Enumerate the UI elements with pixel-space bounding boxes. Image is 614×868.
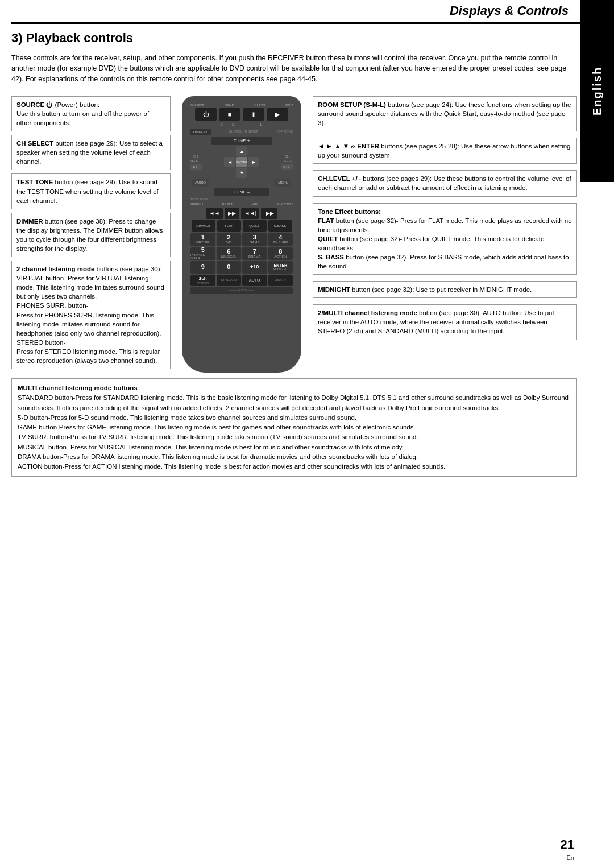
main-layout: SOURCE ⏻ (Power) button: Use this button… bbox=[11, 96, 577, 373]
class-button[interactable]: ⏸ bbox=[243, 108, 264, 121]
edit-button[interactable]: ▶ bbox=[267, 108, 288, 121]
source-button[interactable]: ⏻ bbox=[195, 108, 217, 121]
search-label: SEARCH bbox=[190, 202, 203, 207]
media-controls: ◄◄ ▶▶ ◄◄| |▶▶ bbox=[188, 208, 296, 219]
numpad-row1: 1 VIRTUAL 2 5-D 3 GAME 4 TV SURR bbox=[188, 233, 296, 246]
arrows-enter-desc: ◄ ► ▲ ▼ & ENTER buttons (see pages 25-28… bbox=[313, 138, 577, 164]
page-title: Displays & Controls bbox=[450, 2, 569, 20]
multi-heading: MULTI channel listening mode buttons bbox=[18, 385, 138, 391]
tone-effect-desc: Tone Effect buttons: FLAT button (see pa… bbox=[313, 203, 577, 275]
num-0-button[interactable]: 0 bbox=[217, 261, 242, 274]
rewind-button[interactable]: ◄◄ bbox=[206, 208, 223, 219]
up-arrow-button[interactable]: ▲ bbox=[236, 146, 247, 156]
numpad-row3: 9 0 +10 ENTER MDNGHT bbox=[188, 261, 296, 274]
ch-select-desc: CH SELECT button (see page 29): Use to s… bbox=[11, 135, 171, 170]
left-column: SOURCE ⏻ (Power) button: Use this button… bbox=[11, 96, 171, 373]
ch-level-label2: LEVEL bbox=[281, 159, 293, 164]
prev-button[interactable]: ◄◄| bbox=[241, 208, 259, 219]
enter2-button[interactable]: ENTER MDNGHT bbox=[268, 261, 293, 274]
dimmer-button[interactable]: DIMMER bbox=[192, 220, 215, 232]
source-desc: SOURCE ⏻ (Power) button: Use this button… bbox=[11, 96, 171, 131]
band-button[interactable]: ■ bbox=[219, 108, 240, 121]
ch-level-control: CH. LEVEL ST++ bbox=[281, 155, 293, 170]
enter-button[interactable]: ENTER bbox=[236, 157, 247, 167]
remote-image: SOURCE BAND CLASS EDIT ⏻ ■ ⏸ bbox=[179, 96, 304, 373]
test-tone-desc: TEST TONE button (see page 29): Use to s… bbox=[11, 173, 171, 209]
arrow-cluster: ▲ ◄ ENTER ► ▼ bbox=[224, 146, 259, 178]
source-label: SOURCE bbox=[190, 103, 205, 108]
s-label: S bbox=[221, 122, 223, 127]
tune-plus-button[interactable]: TUNE + bbox=[211, 137, 273, 145]
d-access-label: D.ACCESS bbox=[277, 202, 293, 207]
fast-forward-button[interactable]: ▶▶ bbox=[225, 208, 239, 219]
2ch-button[interactable]: 2ch STEREO bbox=[190, 275, 215, 286]
num-4-button[interactable]: 4 TV SURR bbox=[268, 233, 293, 246]
section-title: 3) Playback controls bbox=[11, 30, 577, 47]
quiet-button[interactable]: QUIET bbox=[243, 220, 267, 232]
next-button[interactable]: |▶▶ bbox=[261, 208, 277, 219]
standard-button[interactable]: STANDARD bbox=[217, 275, 242, 286]
2multi-desc: 2/MULTI channel listening mode button (s… bbox=[313, 304, 577, 340]
numpad-row2: 5 PHONES SURR. 6 MUSICAL 7 DRAMA 8 ACTIO… bbox=[188, 247, 296, 260]
mpx-label: MPX bbox=[251, 202, 258, 207]
num-2-button[interactable]: 2 5-D bbox=[217, 233, 242, 246]
bottom-section: MULTI channel listening mode buttons : S… bbox=[11, 378, 577, 477]
multi-label: ———MULTI——— bbox=[190, 287, 293, 294]
page-number: 21 bbox=[561, 836, 574, 854]
band-label: BAND bbox=[225, 103, 234, 108]
effect-buttons: DIMMER FLAT QUIET S.BASS bbox=[188, 220, 296, 232]
audio-button[interactable]: AUDIO bbox=[192, 179, 209, 186]
rf-att-label: RF ATT bbox=[222, 202, 233, 207]
top-mono-label: TOP MONO bbox=[276, 130, 293, 134]
multi-button[interactable]: 2MULTI↑ bbox=[268, 275, 293, 286]
dimmer-desc: DIMMER button (see page 38): Press to ch… bbox=[11, 213, 171, 257]
room-setup-desc: ROOM SETUP (S-M-L) buttons (see page 24)… bbox=[313, 96, 577, 131]
english-tab: English bbox=[580, 0, 614, 182]
remote-control: SOURCE BAND CLASS EDIT ⏻ ■ ⏸ bbox=[182, 96, 301, 373]
midnight-desc: MIDNIGHT button (see page 32): Use to pu… bbox=[313, 281, 577, 298]
edit-label: EDIT bbox=[285, 103, 293, 108]
main-content: 3) Playback controls These controls are … bbox=[11, 24, 577, 483]
st-plus-button[interactable]: ST++ bbox=[281, 164, 293, 170]
flat-button[interactable]: FLAT bbox=[217, 220, 241, 232]
2ch-desc: 2 channel listening mode buttons (see pa… bbox=[11, 261, 171, 369]
l-label: L bbox=[260, 122, 262, 127]
num-9-button[interactable]: 9 bbox=[190, 261, 215, 274]
test-tone-label-small: TEST TONE bbox=[190, 197, 208, 202]
right-column: ROOM SETUP (S-M-L) buttons (see page 24)… bbox=[313, 96, 577, 373]
display-button[interactable]: DISPLAY bbox=[190, 129, 211, 135]
class-label: CLASS bbox=[254, 103, 265, 108]
num-3-button[interactable]: 3 GAME bbox=[242, 233, 267, 246]
tune-minus-button[interactable]: TUNE – bbox=[214, 188, 269, 196]
sbass-button[interactable]: S.BASS bbox=[268, 220, 292, 232]
page-en-label: En bbox=[567, 854, 574, 862]
ch-select-label-small: CH. bbox=[190, 155, 202, 159]
mode-buttons: 2ch STEREO STANDARD AUTO 2MULTI↑ bbox=[188, 275, 296, 286]
intro-text: These controls are for the receiver, set… bbox=[11, 53, 577, 85]
right-descriptions: ROOM SETUP (S-M-L) buttons (see page 24)… bbox=[313, 96, 577, 344]
num-1-button[interactable]: 1 VIRTUAL bbox=[190, 233, 215, 246]
down-arrow-button[interactable]: ▼ bbox=[236, 168, 247, 178]
num-7-button[interactable]: 7 DRAMA bbox=[242, 247, 267, 260]
m-label: M bbox=[232, 122, 235, 127]
top-4-buttons: ⏻ ■ ⏸ ▶ bbox=[188, 108, 296, 121]
num-5-button[interactable]: 5 PHONES SURR. bbox=[190, 247, 215, 260]
auto-button[interactable]: AUTO bbox=[242, 275, 267, 286]
num-6-button[interactable]: 6 MUSICAL bbox=[217, 247, 242, 260]
ch-level-label: CH. bbox=[281, 155, 293, 159]
plus10-button[interactable]: +10 bbox=[242, 261, 267, 274]
menu-button[interactable]: MENU bbox=[275, 179, 291, 186]
header-bar: Displays & Controls bbox=[11, 0, 580, 24]
left-arrow-button[interactable]: ◄ bbox=[224, 157, 235, 167]
num-8-button[interactable]: 8 ACTION bbox=[268, 247, 293, 260]
st-minus-button[interactable]: ST– bbox=[190, 164, 202, 170]
right-arrow-button[interactable]: ► bbox=[248, 157, 259, 167]
ch-select-control: CH. SELECT ST– bbox=[190, 155, 202, 170]
ch-select-label2: SELECT bbox=[190, 159, 202, 164]
ch-level-desc: CH.LEVEL +/– buttons (see pages 29): Use… bbox=[313, 170, 577, 196]
surround-setup-label: SURROUND SETUP bbox=[229, 130, 259, 134]
